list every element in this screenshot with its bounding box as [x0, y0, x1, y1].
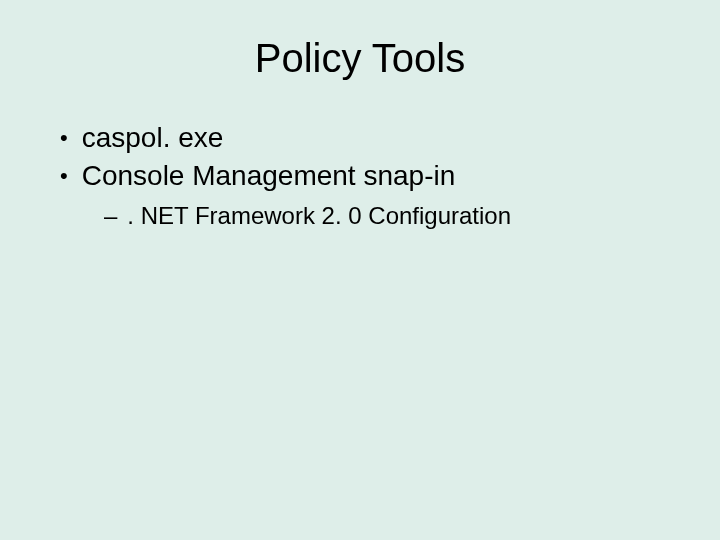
bullet-list: • caspol. exe • Console Management snap-… [48, 119, 672, 195]
bullet-marker-icon: • [60, 157, 68, 194]
dash-marker-icon: – [104, 199, 117, 233]
bullet-text: caspol. exe [82, 119, 224, 157]
slide: Policy Tools • caspol. exe • Console Man… [0, 0, 720, 540]
bullet-text: Console Management snap-in [82, 157, 456, 195]
sub-bullet-list: – . NET Framework 2. 0 Configuration [48, 199, 672, 233]
bullet-item: • Console Management snap-in [60, 157, 672, 195]
sub-bullet-item: – . NET Framework 2. 0 Configuration [104, 199, 672, 233]
bullet-item: • caspol. exe [60, 119, 672, 157]
bullet-marker-icon: • [60, 119, 68, 156]
sub-bullet-text: . NET Framework 2. 0 Configuration [127, 199, 511, 233]
slide-title: Policy Tools [48, 36, 672, 81]
